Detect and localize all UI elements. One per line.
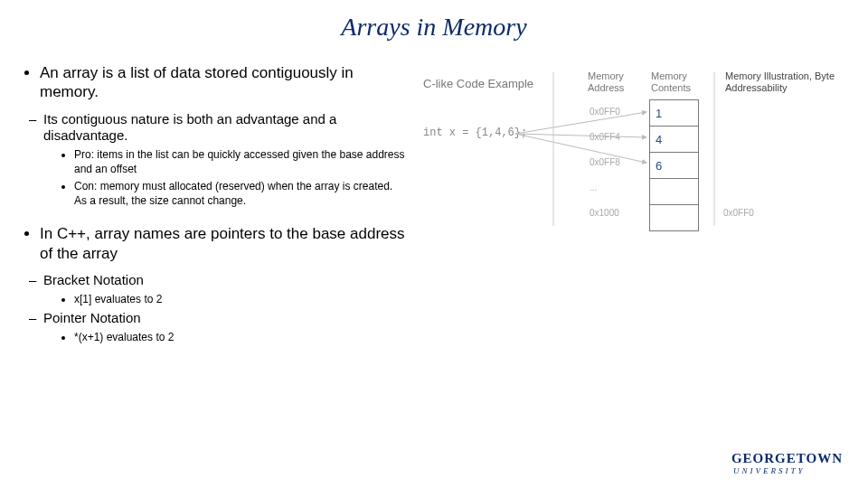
slide-title: Arrays in Memory	[0, 0, 868, 45]
code-example-label: C-like Code Example	[423, 77, 533, 90]
logo-line-2: UNIVERSITY	[731, 466, 843, 475]
memory-contents-cell: 1	[650, 100, 699, 127]
memory-contents-cell	[650, 179, 699, 205]
svg-line-2	[515, 134, 646, 163]
slide-body: An array is a list of data stored contig…	[0, 45, 868, 349]
bullet-l3: *(x+1) evaluates to 2	[74, 331, 407, 345]
memory-contents-header: Memory Contents	[651, 70, 705, 94]
memory-contents-cell: 6	[650, 153, 699, 179]
memory-address-cell: 0x1000	[590, 201, 620, 226]
memory-illustration-header: Memory Illustration, Byte Addressability	[725, 70, 852, 94]
memory-address-cell: 0x0FF8	[590, 150, 620, 175]
svg-line-0	[515, 112, 646, 134]
address-column: 0x0FF0 0x0FF4 0x0FF8 ... 0x1000	[590, 99, 620, 226]
bullet-l1: An array is a list of data stored contig…	[40, 63, 407, 102]
georgetown-logo: GEORGETOWN UNIVERSITY	[731, 451, 843, 475]
memory-address-cell: 0x0FF0	[590, 99, 620, 125]
code-snippet: int x = {1,4,6};	[423, 127, 527, 139]
memory-address-cell: ...	[590, 175, 620, 201]
bullet-l2: Bracket Notation	[43, 272, 407, 289]
memory-address-header: Memory Address	[588, 70, 642, 94]
logo-line-1: GEORGETOWN	[731, 451, 843, 466]
bullet-l1: In C++, array names are pointers to the …	[40, 224, 407, 263]
memory-contents-cell	[650, 205, 699, 231]
diagram-arrows	[407, 63, 859, 298]
bullet-l3: Con: memory must allocated (reserved) wh…	[74, 180, 407, 208]
bullet-l3: Pro: items in the list can be quickly ac…	[74, 148, 407, 176]
memory-address-cell: 0x0FF4	[590, 125, 620, 150]
bullet-l3: x[1] evaluates to 2	[74, 293, 407, 307]
extra-address-label: 0x0FF0	[723, 208, 754, 218]
diagram-column: C-like Code Example int x = {1,4,6}; Mem…	[407, 63, 859, 349]
svg-line-1	[515, 134, 646, 137]
text-column: An array is a list of data stored contig…	[9, 63, 407, 349]
bullet-l2: Its contiguous nature is both an advanta…	[43, 111, 407, 145]
bullet-l2: Pointer Notation	[43, 310, 407, 327]
memory-contents-table: 1 4 6	[649, 99, 699, 231]
memory-contents-cell: 4	[650, 127, 699, 153]
